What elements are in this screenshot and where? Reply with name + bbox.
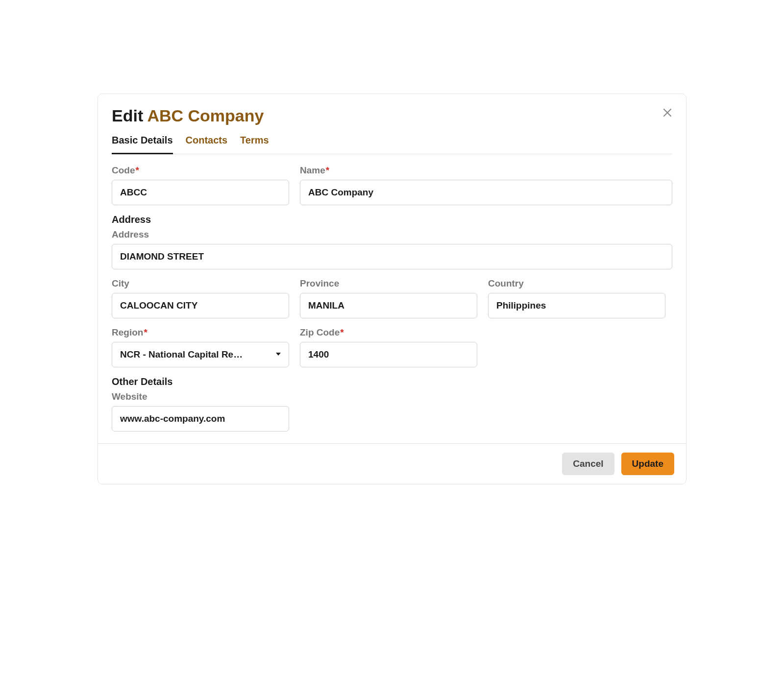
address-input[interactable] xyxy=(112,244,672,269)
required-mark: * xyxy=(326,165,329,175)
label-province: Province xyxy=(300,278,477,289)
dialog-footer: Cancel Update xyxy=(98,443,686,484)
chevron-down-icon xyxy=(275,349,282,360)
region-select-value: NCR - National Capital Re… xyxy=(120,349,259,360)
name-input[interactable] xyxy=(300,180,672,205)
update-button[interactable]: Update xyxy=(621,453,674,475)
label-region-text: Region xyxy=(112,327,143,337)
tab-contacts[interactable]: Contacts xyxy=(186,135,228,154)
field-province: Province xyxy=(300,278,477,318)
code-input[interactable] xyxy=(112,180,289,205)
section-other-heading: Other Details xyxy=(112,376,672,387)
region-select[interactable]: NCR - National Capital Re… xyxy=(112,342,289,367)
close-icon xyxy=(662,108,672,118)
field-zip: Zip Code* xyxy=(300,327,477,367)
dialog-body: Code* Name* Address Address xyxy=(98,154,686,443)
field-name: Name* xyxy=(300,165,672,205)
cancel-button[interactable]: Cancel xyxy=(562,453,614,475)
label-name: Name* xyxy=(300,165,672,176)
section-address-heading: Address xyxy=(112,214,672,225)
required-mark: * xyxy=(340,327,343,337)
label-region: Region* xyxy=(112,327,289,338)
label-name-text: Name xyxy=(300,165,325,175)
field-address: Address xyxy=(112,229,672,269)
field-code: Code* xyxy=(112,165,289,205)
label-zip: Zip Code* xyxy=(300,327,477,338)
title-company-name: ABC Company xyxy=(147,106,264,125)
city-input[interactable] xyxy=(112,293,289,318)
label-website: Website xyxy=(112,391,289,402)
label-address: Address xyxy=(112,229,672,240)
dialog-header: Edit ABC Company Basic Details Contacts … xyxy=(98,94,686,154)
label-code: Code* xyxy=(112,165,289,176)
close-button[interactable] xyxy=(660,105,675,120)
title-prefix: Edit xyxy=(112,106,147,125)
label-city: City xyxy=(112,278,289,289)
field-region: Region* NCR - National Capital Re… xyxy=(112,327,289,367)
field-city: City xyxy=(112,278,289,318)
province-input[interactable] xyxy=(300,293,477,318)
label-code-text: Code xyxy=(112,165,135,175)
field-website: Website xyxy=(112,391,289,431)
country-input[interactable] xyxy=(488,293,665,318)
zip-input[interactable] xyxy=(300,342,477,367)
field-country: Country xyxy=(488,278,665,318)
required-mark: * xyxy=(136,165,139,175)
dialog-title: Edit ABC Company xyxy=(112,106,672,126)
required-mark: * xyxy=(144,327,147,337)
website-input[interactable] xyxy=(112,406,289,431)
label-country: Country xyxy=(488,278,665,289)
tab-basic-details[interactable]: Basic Details xyxy=(112,135,173,154)
tab-terms[interactable]: Terms xyxy=(240,135,269,154)
tabs: Basic Details Contacts Terms xyxy=(112,135,672,154)
edit-company-dialog: Edit ABC Company Basic Details Contacts … xyxy=(98,94,686,484)
label-zip-text: Zip Code xyxy=(300,327,340,337)
